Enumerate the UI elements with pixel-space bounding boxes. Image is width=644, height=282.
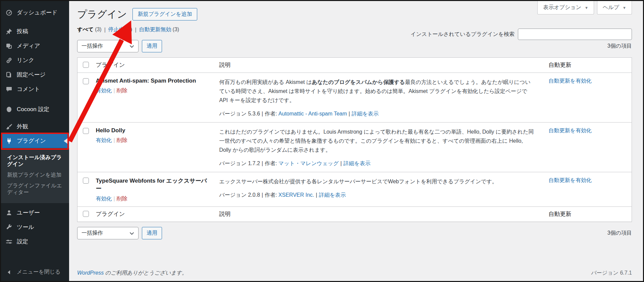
- help-button[interactable]: ヘルプ ▼: [597, 1, 632, 14]
- enable-auto-updates-link[interactable]: 自動更新を有効化: [549, 177, 592, 183]
- items-count: 3個の項目: [607, 43, 632, 50]
- activate-link[interactable]: 有効化: [96, 196, 112, 201]
- plugins-table: プラグイン 説明 自動更新 Akismet Anti-spam: Spam Pr…: [77, 57, 632, 222]
- table-footer-row: プラグイン 説明 自動更新: [77, 207, 632, 222]
- sidebar-item-appearance[interactable]: 外観: [1, 119, 69, 134]
- author-link[interactable]: XSERVER Inc.: [278, 192, 314, 198]
- sidebar-label: メニューを閉じる: [17, 269, 60, 276]
- activate-link[interactable]: 有効化: [96, 137, 112, 143]
- select-chevron-icon: [129, 43, 134, 49]
- table-row-hello-dolly: Hello Dolly 有効化|削除 これはただのプラグインではありません。Lo…: [77, 123, 632, 172]
- filter-separator: |: [104, 27, 106, 33]
- plugin-meta: バージョン 2.0.8|作者: XSERVER Inc.|詳細を表示: [219, 190, 542, 199]
- filter-autoupdate-count: (3): [173, 27, 179, 32]
- select-row-checkbox[interactable]: [83, 78, 89, 84]
- bulk-action-select[interactable]: 一括操作: [77, 40, 139, 52]
- delete-link[interactable]: 削除: [117, 196, 127, 201]
- sidebar-item-settings[interactable]: 設定: [1, 234, 69, 249]
- sidebar-item-comments[interactable]: コメント: [1, 82, 69, 96]
- plugins-page: 表示オプション ▼ ヘルプ ▼ プラグイン 新規プラグインを追加 すべて(3) …: [69, 1, 643, 281]
- submenu-item-plugin-file-editor[interactable]: プラグインファイルエディター: [1, 180, 69, 198]
- plugin-name: Hello Dolly: [96, 127, 213, 134]
- submenu-item-add-new-plugin[interactable]: 新規プラグインを追加: [1, 170, 69, 180]
- sidebar-label: 設定: [17, 238, 28, 245]
- pages-icon: [5, 71, 13, 79]
- column-header-auto-updates: 自動更新: [545, 58, 632, 73]
- select-chevron-icon: [129, 230, 134, 236]
- search-input[interactable]: [518, 29, 632, 40]
- admin-sidebar: ダッシュボード 投稿 メディア リンク 固定ページ: [1, 1, 69, 281]
- plugin-description: 何百万もの利用実績がある Akismet はあなたのブログをスパムから保護する最…: [219, 78, 542, 105]
- delete-link[interactable]: 削除: [117, 88, 127, 93]
- bulk-action-select-bottom[interactable]: 一括操作: [77, 227, 139, 239]
- wordpress-link[interactable]: WordPress: [77, 270, 104, 276]
- filter-all-link[interactable]: すべて: [77, 27, 94, 32]
- sidebar-item-dashboard[interactable]: ダッシュボード: [1, 5, 69, 20]
- add-new-plugin-button[interactable]: 新規プラグインを追加: [132, 8, 197, 20]
- plugin-meta: バージョン 5.3.6|作者: Automattic - Anti-spam T…: [219, 109, 542, 118]
- author-link[interactable]: Automattic - Anti-spam Team: [278, 111, 347, 116]
- wrench-icon: [5, 224, 13, 231]
- sidebar-label: Cocoon 設定: [17, 105, 49, 113]
- screen-options-button[interactable]: 表示オプション ▼: [537, 1, 594, 14]
- filter-all-count: (3): [95, 27, 102, 32]
- sidebar-item-posts[interactable]: 投稿: [1, 24, 69, 39]
- sidebar-item-users[interactable]: ユーザー: [1, 205, 69, 220]
- submenu-item-installed-plugins[interactable]: インストール済みプラグイン: [1, 152, 69, 170]
- sidebar-item-plugins[interactable]: プラグイン: [1, 134, 69, 148]
- table-row-akismet: Akismet Anti-spam: Spam Protection 有効化|削…: [77, 73, 632, 123]
- sidebar-label: 外観: [17, 123, 28, 130]
- sidebar-item-pages[interactable]: 固定ページ: [1, 67, 69, 82]
- column-header-name: プラグイン: [93, 207, 216, 222]
- select-row-checkbox[interactable]: [83, 128, 89, 134]
- screen-meta-links: 表示オプション ▼ ヘルプ ▼: [537, 1, 632, 14]
- items-count-bottom: 3個の項目: [607, 230, 632, 237]
- apply-button-bottom[interactable]: 適用: [142, 227, 162, 239]
- chevron-down-icon: ▼: [623, 6, 626, 10]
- sidebar-label: ダッシュボード: [17, 9, 57, 16]
- sidebar-label: プラグイン: [17, 137, 46, 145]
- sidebar-item-collapse-menu[interactable]: メニューを閉じる: [1, 265, 69, 279]
- admin-footer: WordPress のご利用ありがとうございます。 バージョン 6.7.1: [77, 270, 632, 277]
- table-header-row: プラグイン 説明 自動更新: [77, 58, 632, 73]
- view-details-link[interactable]: 詳細を表示: [352, 111, 378, 116]
- filter-inactive-count: (3): [126, 27, 132, 32]
- activate-link[interactable]: 有効化: [96, 88, 112, 93]
- delete-link[interactable]: 削除: [117, 137, 127, 143]
- active-menu-pointer-icon: [64, 138, 67, 144]
- column-header-auto-updates: 自動更新: [545, 207, 632, 222]
- select-all-checkbox[interactable]: [83, 211, 89, 217]
- sidebar-label: コメント: [17, 85, 40, 93]
- column-header-name: プラグイン: [93, 58, 216, 73]
- cocoon-icon: [5, 106, 13, 113]
- apply-button[interactable]: 適用: [142, 40, 162, 52]
- enable-auto-updates-link[interactable]: 自動更新を有効化: [549, 128, 592, 133]
- sidebar-item-links[interactable]: リンク: [1, 53, 69, 67]
- enable-auto-updates-link[interactable]: 自動更新を有効化: [549, 78, 592, 84]
- author-link[interactable]: マット・マレンウェッグ: [278, 160, 339, 166]
- sidebar-label: 投稿: [17, 28, 28, 35]
- table-row-typesquare: TypeSquare Webfonts for エックスサーバー 有効化|削除 …: [77, 172, 632, 207]
- footer-version: バージョン 6.7.1: [591, 270, 632, 277]
- select-all-checkbox[interactable]: [83, 62, 89, 68]
- footer-thanks: WordPress のご利用ありがとうございます。: [77, 270, 187, 277]
- settings-sliders-icon: [5, 238, 13, 245]
- media-icon: [5, 42, 13, 50]
- select-row-checkbox[interactable]: [83, 178, 89, 184]
- view-details-link[interactable]: 詳細を表示: [343, 160, 370, 166]
- plugin-name: Akismet Anti-spam: Spam Protection: [96, 78, 213, 84]
- plugin-search: インストールされているプラグインを検索: [411, 29, 632, 40]
- view-details-link[interactable]: 詳細を表示: [319, 192, 346, 198]
- collapse-arrow-icon: [5, 269, 13, 276]
- sidebar-item-media[interactable]: メディア: [1, 39, 69, 53]
- column-header-description: 説明: [216, 207, 545, 222]
- filter-autoupdate-disabled-link[interactable]: 自動更新無効: [139, 27, 171, 32]
- sidebar-label: リンク: [17, 56, 34, 64]
- filter-inactive-link[interactable]: 停止中: [108, 27, 124, 32]
- plugin-description: エックスサーバー株式会社が提供する各レンタルサーバーサービスでWebフォントを利…: [219, 177, 542, 186]
- plugin-description: これはただのプラグインではありません。Louis Armstrong によって歌…: [219, 127, 542, 154]
- sidebar-item-cocoon-settings[interactable]: Cocoon 設定: [1, 102, 69, 116]
- filter-separator: |: [135, 27, 136, 33]
- column-header-description: 説明: [216, 58, 545, 73]
- sidebar-item-tools[interactable]: ツール: [1, 220, 69, 234]
